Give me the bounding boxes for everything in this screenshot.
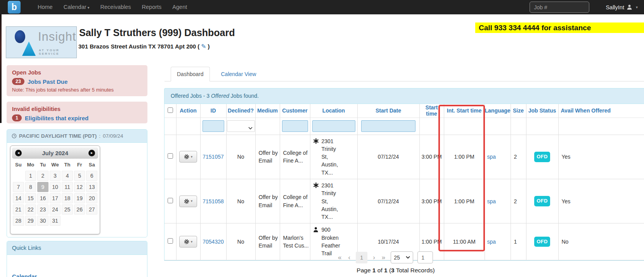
col-id[interactable]: ID <box>200 104 226 118</box>
calendar-day[interactable]: 4 <box>62 171 73 181</box>
calendar-day[interactable]: 5 <box>74 171 85 181</box>
row-actions-button[interactable]: ▾ <box>179 236 197 248</box>
row-checkbox[interactable] <box>168 153 173 159</box>
invalid-eligibilities-panel: Invalid eligibilities 1 Eligibilites tha… <box>7 102 147 123</box>
calendar-day[interactable]: 25 <box>62 204 73 215</box>
prev-month-button[interactable]: ◂ <box>15 150 22 156</box>
offered-jobs-panel-header: Offered Jobs - 3 Offered Jobs found. <box>164 88 644 104</box>
language-link[interactable]: spa <box>485 238 496 246</box>
calendar-day[interactable]: 27 <box>86 204 97 215</box>
goto-page-input[interactable] <box>417 251 433 263</box>
row-checkbox[interactable] <box>168 238 173 244</box>
eligibilities-expired-link[interactable]: Eligibilites that expired <box>25 115 88 121</box>
nav-item-agent[interactable]: Agent <box>167 0 192 15</box>
calendar-day[interactable]: 14 <box>13 193 24 203</box>
app-logo[interactable]: b <box>8 1 21 14</box>
datepicker: ◂ July 2024 ▸ SuMoTuWeThFrSa123456789101… <box>10 145 100 234</box>
language-link[interactable]: spa <box>485 153 496 161</box>
nav-item-home[interactable]: Home <box>32 0 58 15</box>
calendar-day[interactable]: 10 <box>50 182 61 192</box>
calendar-day[interactable]: 11 <box>62 182 73 192</box>
calendar-day[interactable]: 6 <box>86 171 97 181</box>
invalid-eligibilities-line: 1 Eligibilites that expired <box>12 114 142 121</box>
nav-item-reports[interactable]: Reports <box>137 0 167 15</box>
per-page-select[interactable]: 25 <box>391 251 413 263</box>
filter-declined-select[interactable] <box>227 120 255 132</box>
calendar-day[interactable]: 2 <box>37 171 48 181</box>
offered-jobs-table: Action ID Declined? Medium Customer Loca… <box>164 104 644 260</box>
filter-start-date-input[interactable] <box>361 120 415 132</box>
col-declined[interactable]: Declined? <box>226 104 255 118</box>
medium-cell: Offer by Email <box>255 179 280 223</box>
col-location[interactable]: Location <box>310 104 357 118</box>
row-checkbox[interactable] <box>168 198 173 203</box>
calendar-day[interactable]: 3 <box>50 171 61 181</box>
col-customer[interactable]: Customer <box>280 104 310 118</box>
row-actions-button[interactable]: ▾ <box>179 196 197 207</box>
calendar-day[interactable]: 23 <box>37 204 48 215</box>
job-id-link[interactable]: 7054320 <box>203 239 224 245</box>
nav-item-home-label: Home <box>38 4 53 10</box>
tab-calendar-view[interactable]: Calendar View <box>215 67 262 81</box>
caret-down-icon: ▾ <box>191 239 193 244</box>
row-actions-button[interactable]: ▾ <box>179 151 197 163</box>
timezone-panel: PACIFIC DAYLIGHT TIME (PDT): 07/09/24 ◂ … <box>7 129 147 237</box>
tab-dashboard[interactable]: Dashboard <box>171 67 210 81</box>
col-medium[interactable]: Medium <box>255 104 280 118</box>
calendar-day-name: Mo <box>25 162 36 170</box>
calendar-day[interactable]: 16 <box>37 193 48 203</box>
nav-item-receivables[interactable]: Receivables <box>95 0 137 15</box>
page-info: Page 1 of 1 (3 Total Records) <box>326 267 466 274</box>
chevron-down-icon <box>406 256 410 259</box>
col-start-date[interactable]: Start Date <box>357 104 419 118</box>
job-id-link[interactable]: 7151058 <box>203 198 224 204</box>
calendar-day[interactable]: 26 <box>74 204 85 215</box>
calendar-day[interactable]: 18 <box>62 193 73 203</box>
col-start-time[interactable]: Start time <box>419 104 444 118</box>
calendar-day[interactable]: 21 <box>13 204 24 215</box>
calendar-day[interactable]: 9 <box>37 182 48 192</box>
calendar-day[interactable]: 13 <box>86 182 97 192</box>
next-page-button[interactable]: › <box>372 254 376 261</box>
last-page-button[interactable]: » <box>381 254 386 261</box>
col-job-status[interactable]: Job Status <box>526 104 558 118</box>
calendar-day[interactable]: 1 <box>25 171 36 181</box>
calendar-day[interactable]: 17 <box>50 193 61 203</box>
filter-location-input[interactable] <box>312 120 355 132</box>
calendar-day[interactable]: 31 <box>50 216 61 226</box>
current-page-button[interactable]: 1 <box>356 252 367 263</box>
filter-customer-input[interactable] <box>282 120 308 132</box>
calendar-day[interactable]: 22 <box>25 204 36 215</box>
calendar-day[interactable]: 15 <box>25 193 36 203</box>
col-size[interactable]: Size <box>511 104 526 118</box>
calendar-day[interactable]: 30 <box>37 216 48 226</box>
edit-pencil-icon[interactable]: ✎ <box>201 43 206 50</box>
col-int-start-time[interactable]: Int. Start time <box>444 104 485 118</box>
next-month-button[interactable]: ▸ <box>88 150 95 156</box>
calendar-day[interactable]: 12 <box>74 182 85 192</box>
calendar-day[interactable]: 7 <box>13 182 24 192</box>
offered-jobs-title-italic: Offered <box>211 93 229 99</box>
first-page-button[interactable]: « <box>337 254 343 261</box>
language-link[interactable]: spa <box>485 197 496 205</box>
calendar-day[interactable]: 20 <box>86 193 97 203</box>
calendar-day[interactable]: 28 <box>13 216 24 226</box>
calendar-day[interactable]: 19 <box>74 193 85 203</box>
col-action[interactable]: Action <box>176 104 200 118</box>
size-cell: 2 <box>511 135 526 179</box>
quick-link-calendar[interactable]: Calendar <box>12 273 37 277</box>
select-all-checkbox[interactable] <box>168 107 173 113</box>
nav-item-calendar[interactable]: Calendar▾ <box>58 0 95 15</box>
offered-jobs-title-prefix: Offered Jobs - 3 <box>171 93 211 99</box>
filter-id-input[interactable] <box>203 120 224 132</box>
calendar-day[interactable]: 29 <box>25 216 36 226</box>
calendar-day[interactable]: 24 <box>50 204 61 215</box>
job-id-link[interactable]: 7151057 <box>203 154 224 160</box>
user-menu[interactable]: SallyInt ▾ <box>606 4 638 10</box>
col-avail-when-offered[interactable]: Avail When Offered <box>558 104 644 118</box>
prev-page-button[interactable]: ‹ <box>347 254 351 261</box>
job-number-input[interactable] <box>530 2 589 13</box>
calendar-day[interactable]: 8 <box>25 182 36 192</box>
col-language[interactable]: Language <box>485 104 511 118</box>
jobs-past-due-link[interactable]: Jobs Past Due <box>28 78 68 85</box>
